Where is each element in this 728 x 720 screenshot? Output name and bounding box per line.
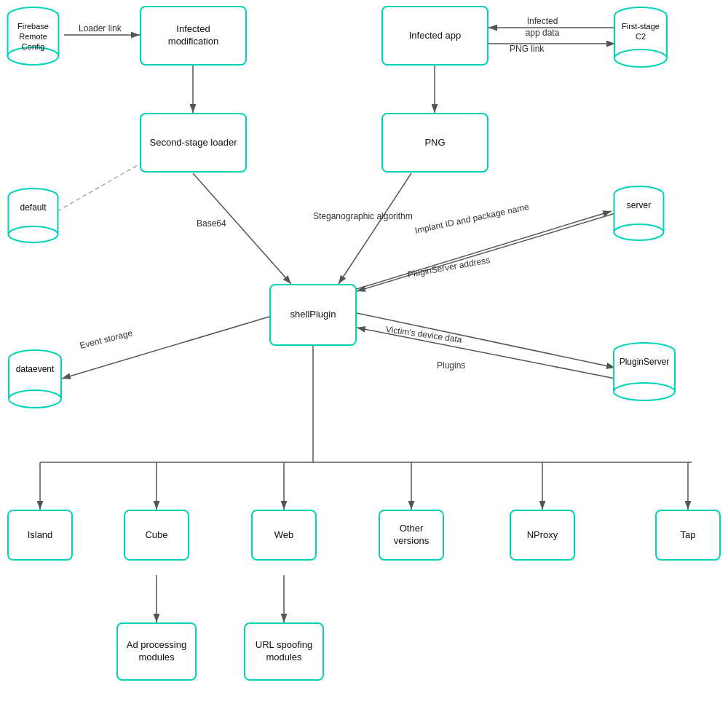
loader-link-label: Loader link — [79, 23, 122, 35]
web-node: Web — [251, 510, 317, 561]
svg-point-50 — [9, 390, 61, 408]
server-node: server — [612, 186, 666, 244]
nproxy-node: NProxy — [510, 510, 575, 561]
svg-line-10 — [357, 211, 622, 291]
victims-device-data-label: Victim's device data — [385, 324, 463, 346]
svg-line-11 — [357, 313, 615, 368]
svg-point-45 — [614, 224, 664, 240]
base64-label: Base64 — [197, 218, 226, 230]
first-stage-c2-node: First-stageC2 — [612, 6, 670, 71]
default-node: default — [6, 188, 60, 246]
shell-plugin-node: shellPlugin — [269, 284, 357, 346]
svg-point-55 — [614, 383, 675, 400]
island-node: Island — [7, 510, 73, 561]
firebase-node: FirebaseRemoteConfig — [6, 6, 60, 68]
infected-app-data-label: Infectedapp data — [510, 16, 575, 39]
steganographic-label: Steganographic algorithm — [313, 211, 413, 223]
svg-point-35 — [614, 50, 667, 67]
second-stage-loader-node: Second-stage loader — [140, 113, 247, 173]
svg-point-40 — [9, 226, 58, 242]
cube-node: Cube — [124, 510, 189, 561]
plugins-label: Plugins — [437, 360, 465, 372]
png-link-label: PNG link — [510, 44, 544, 55]
plugin-server-address-label: PluginServer address — [407, 255, 491, 280]
infected-app-node: Infected app — [381, 6, 488, 66]
svg-line-9 — [339, 173, 411, 284]
event-storage-label: Event storage — [79, 328, 134, 352]
url-spoofing-node: URL spoofingmodules — [244, 622, 324, 681]
plugin-server-node: PluginServer — [612, 342, 677, 404]
dataevent-node: dataevent — [6, 349, 64, 411]
tap-node: Tap — [655, 510, 721, 561]
svg-line-14 — [51, 157, 153, 215]
other-versions-node: Otherversions — [379, 510, 444, 561]
implant-id-label: Implant ID and package name — [414, 202, 530, 237]
diagram: FirebaseRemoteConfig Infectedmodificatio… — [0, 0, 728, 720]
infected-mod-node: Infectedmodification — [140, 6, 247, 66]
ad-processing-node: Ad processingmodules — [116, 622, 197, 681]
png-node: PNG — [381, 113, 488, 173]
